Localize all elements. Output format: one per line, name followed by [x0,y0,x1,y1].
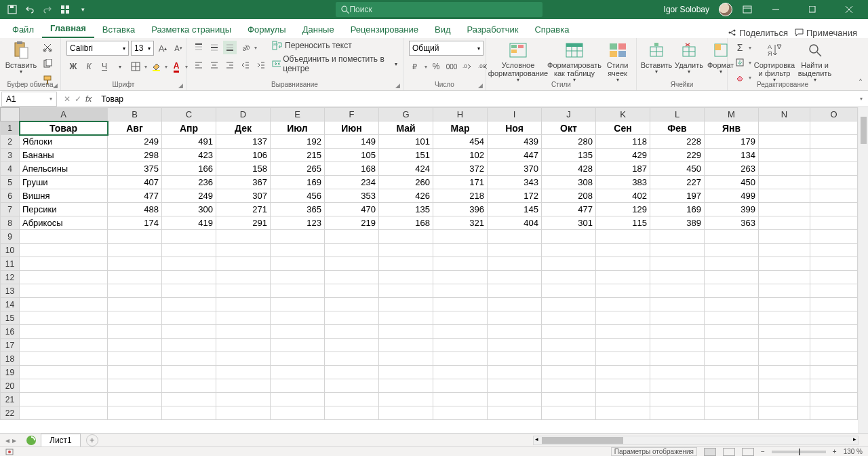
fill-icon[interactable] [733,56,747,69]
cell[interactable] [705,406,759,420]
cell[interactable] [325,339,379,352]
cell[interactable] [162,325,216,339]
cell[interactable] [705,366,759,379]
cell[interactable]: Вишня [20,189,108,203]
cell[interactable] [542,244,596,257]
cell[interactable] [759,135,810,149]
cell[interactable]: 399 [705,203,759,216]
decrease-font-icon[interactable]: A▾ [172,41,185,55]
column-header[interactable]: I [488,108,542,121]
page-break-view-icon[interactable] [742,448,754,456]
row-header[interactable]: 1 [1,121,20,135]
cell[interactable] [810,162,858,176]
column-header[interactable]: C [162,108,216,121]
cell[interactable]: 174 [108,216,162,230]
cell[interactable]: 291 [216,216,271,230]
cell[interactable] [488,298,542,311]
cell[interactable] [810,216,858,230]
cell[interactable]: 219 [325,216,379,230]
italic-button[interactable]: К [82,60,96,73]
minimize-button[interactable] [762,0,789,19]
cell[interactable]: Июн [325,121,379,135]
row-header[interactable]: 6 [1,189,20,203]
cell[interactable] [488,366,542,379]
cell[interactable]: Яблоки [20,135,108,149]
cell[interactable] [759,257,810,271]
column-header[interactable]: H [433,108,488,121]
cell[interactable] [542,352,596,366]
cell[interactable] [108,284,162,298]
cell[interactable] [488,325,542,339]
cell[interactable] [650,298,705,311]
cell[interactable] [20,244,108,257]
cell[interactable] [759,244,810,257]
cell[interactable] [650,339,705,352]
cell[interactable] [596,284,650,298]
cell[interactable] [325,352,379,366]
cell[interactable] [488,393,542,406]
cell[interactable] [810,311,858,325]
cell[interactable] [650,406,705,420]
cell[interactable] [216,230,271,244]
undo-icon[interactable] [24,4,35,15]
cell[interactable]: 491 [162,135,216,149]
cell[interactable]: Персики [20,203,108,216]
cell[interactable] [542,230,596,244]
cell[interactable] [20,284,108,298]
cell[interactable]: 419 [162,216,216,230]
cell[interactable] [705,339,759,352]
cell[interactable] [596,230,650,244]
cell[interactable] [650,325,705,339]
cell[interactable] [542,311,596,325]
row-header[interactable]: 7 [1,203,20,216]
cell[interactable] [488,271,542,284]
align-middle-icon[interactable] [208,41,221,54]
cell[interactable] [705,271,759,284]
cell[interactable]: 428 [542,162,596,176]
cell[interactable] [596,298,650,311]
cell[interactable]: 118 [596,135,650,149]
cell[interactable]: 372 [433,162,488,176]
row-header[interactable]: 16 [1,325,20,339]
cell[interactable] [379,366,433,379]
cell[interactable]: 197 [650,189,705,203]
cell[interactable] [759,406,810,420]
cell[interactable]: 215 [271,149,325,162]
cell[interactable] [705,230,759,244]
enter-formula-icon[interactable]: ✓ [75,94,81,104]
cell-styles-button[interactable]: Стили ячеек▾ [604,41,631,83]
cell[interactable] [20,352,108,366]
bold-button[interactable]: Ж [66,60,80,73]
cell[interactable] [596,311,650,325]
cell[interactable] [650,366,705,379]
row-header[interactable]: 3 [1,149,20,162]
column-header[interactable]: O [810,108,858,121]
column-header[interactable]: L [650,108,705,121]
tab-developer[interactable]: Разработчик [459,21,527,38]
row-header[interactable]: 9 [1,230,20,244]
cell[interactable] [705,257,759,271]
underline-button[interactable]: Ч [98,60,111,73]
cell[interactable] [108,244,162,257]
cell[interactable]: 300 [162,203,216,216]
cell[interactable] [271,311,325,325]
cell[interactable] [759,339,810,352]
cell[interactable]: 265 [271,162,325,176]
cell[interactable] [488,257,542,271]
launcher-icon[interactable]: ◢ [53,82,58,89]
row-header[interactable]: 12 [1,271,20,284]
cell[interactable] [810,352,858,366]
cell[interactable] [379,257,433,271]
cell[interactable]: 249 [108,135,162,149]
cell[interactable] [488,230,542,244]
cell[interactable] [650,311,705,325]
cell[interactable] [216,257,271,271]
cell[interactable]: Авг [108,121,162,135]
search-input[interactable] [349,5,537,14]
cell[interactable] [325,244,379,257]
cell[interactable]: 499 [705,189,759,203]
cell[interactable] [433,311,488,325]
cell[interactable] [810,393,858,406]
cell[interactable] [216,298,271,311]
cell[interactable]: 135 [542,149,596,162]
